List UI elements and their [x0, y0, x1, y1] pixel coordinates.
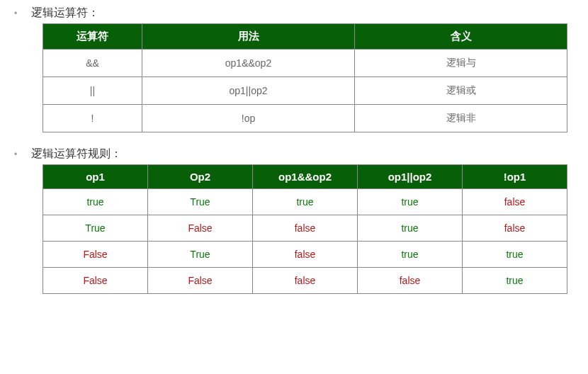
table-row: true True true true false: [43, 189, 567, 215]
bullet-dot-icon: •: [14, 4, 31, 21]
cell-op: &&: [43, 50, 142, 77]
table-operators: 运算符 用法 含义 && op1&&op2 逻辑与 || op1||op2 逻辑…: [43, 23, 567, 132]
th-operator: 运算符: [43, 24, 142, 50]
cell-and: false: [253, 268, 358, 294]
cell-op2: True: [148, 242, 253, 268]
cell-op: !: [43, 105, 142, 132]
cell-usage: op1||op2: [142, 77, 355, 105]
cell-or: true: [358, 242, 463, 268]
table-rules: op1 Op2 op1&&op2 op1||op2 !op1 true True…: [43, 164, 567, 294]
th-meaning: 含义: [355, 24, 567, 50]
cell-meaning: 逻辑或: [355, 77, 567, 105]
th-not: !op1: [463, 165, 567, 189]
cell-or: true: [358, 189, 463, 215]
heading-rules: 逻辑运算符规则：: [31, 147, 122, 162]
cell-and: false: [253, 242, 358, 268]
table-row: ! !op 逻辑非: [43, 105, 567, 132]
cell-meaning: 逻辑非: [355, 105, 567, 132]
table-header-row: 运算符 用法 含义: [43, 24, 567, 50]
table-row: True False false true false: [43, 215, 567, 242]
bullet-rules: • 逻辑运算符规则：: [14, 145, 574, 162]
table-row: False False false false true: [43, 268, 567, 294]
cell-op1: true: [43, 189, 148, 215]
cell-not: false: [463, 189, 567, 215]
bullet-operators: • 逻辑运算符：: [14, 4, 574, 21]
cell-and: true: [253, 189, 358, 215]
cell-op1: True: [43, 215, 148, 242]
cell-meaning: 逻辑与: [355, 50, 567, 77]
cell-op2: True: [148, 189, 253, 215]
th-and: op1&&op2: [253, 165, 358, 189]
table-header-row: op1 Op2 op1&&op2 op1||op2 !op1: [43, 165, 567, 189]
cell-not: true: [463, 242, 567, 268]
th-op2: Op2: [148, 165, 253, 189]
cell-not: false: [463, 215, 567, 242]
cell-op1: False: [43, 242, 148, 268]
table-row: False True false true true: [43, 242, 567, 268]
cell-not: true: [463, 268, 567, 294]
th-op1: op1: [43, 165, 148, 189]
cell-or: true: [358, 215, 463, 242]
cell-op2: False: [148, 215, 253, 242]
cell-or: false: [358, 268, 463, 294]
cell-usage: !op: [142, 105, 355, 132]
heading-operators: 逻辑运算符：: [31, 6, 99, 21]
table-row: || op1||op2 逻辑或: [43, 77, 567, 105]
cell-op: ||: [43, 77, 142, 105]
cell-op2: False: [148, 268, 253, 294]
th-usage: 用法: [142, 24, 355, 50]
th-or: op1||op2: [358, 165, 463, 189]
bullet-dot-icon: •: [14, 145, 31, 162]
cell-op1: False: [43, 268, 148, 294]
table-row: && op1&&op2 逻辑与: [43, 50, 567, 77]
cell-usage: op1&&op2: [142, 50, 355, 77]
cell-and: false: [253, 215, 358, 242]
